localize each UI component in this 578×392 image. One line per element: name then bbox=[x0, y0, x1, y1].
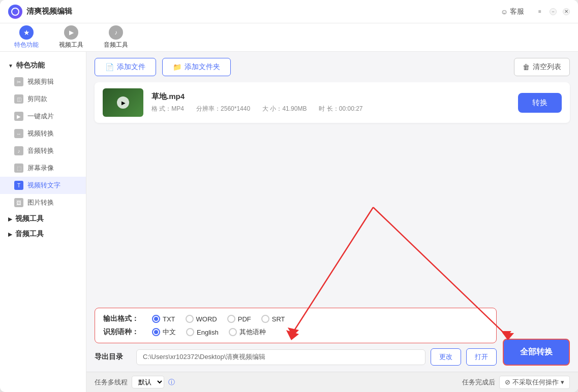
info-icon: ⓘ bbox=[168, 378, 175, 387]
toolbar-features[interactable]: ★ 特色功能 bbox=[10, 23, 43, 51]
sidebar-item-image-convert[interactable]: 🖼 图片转换 bbox=[0, 194, 86, 211]
format-pdf-option[interactable]: PDF bbox=[227, 315, 251, 323]
add-folder-label: 添加文件夹 bbox=[185, 62, 220, 72]
status-right: 任务完成后 ⊘ 不采取任何操作 ▾ bbox=[462, 376, 570, 389]
format-srt-radio bbox=[261, 315, 269, 323]
add-folder-icon: 📁 bbox=[173, 63, 181, 71]
features-icon: ★ bbox=[19, 25, 34, 40]
format-txt-label: TXT bbox=[163, 315, 175, 323]
video-tools-icon: ▶ bbox=[64, 25, 78, 40]
title-bar-right: ☺ 客服 ≡ － ✕ bbox=[501, 7, 570, 16]
no-action-icon: ⊘ bbox=[505, 378, 510, 386]
menu-button[interactable]: ≡ bbox=[536, 8, 543, 15]
lang-english-option[interactable]: English bbox=[186, 328, 219, 336]
task-action-label: 不采取任何操作 bbox=[512, 378, 559, 387]
format-label-text: 格 式： bbox=[151, 105, 171, 112]
video-to-text-label: 视频转文字 bbox=[27, 181, 60, 190]
clear-label: 清空列表 bbox=[533, 62, 561, 72]
status-bar: 任务多线程 默认 ⓘ 任务完成后 ⊘ 不采取任何操作 ▾ bbox=[86, 372, 578, 392]
one-click-icon: ▶ bbox=[14, 112, 23, 121]
file-thumbnail: ▶ bbox=[103, 88, 143, 117]
sidebar-item-video-edit[interactable]: ✂ 视频剪辑 bbox=[0, 73, 86, 90]
file-meta: 格 式：MP4 分辨率：2560*1440 大 小：41.90MB 时 长：00… bbox=[151, 105, 510, 113]
section-features-label: 特色功能 bbox=[16, 61, 45, 70]
sidebar-section-audio-tools[interactable]: ▶ 音频工具 bbox=[0, 226, 86, 242]
output-dir-input[interactable] bbox=[136, 349, 425, 365]
bottom-left: 输出格式： TXT bbox=[95, 308, 497, 366]
open-dir-button[interactable]: 打开 bbox=[466, 348, 497, 366]
lang-english-radio bbox=[186, 328, 194, 336]
bottom-content: 输出格式： TXT bbox=[95, 308, 570, 366]
audio-convert-label: 音频转换 bbox=[27, 146, 54, 155]
output-format-group: TXT WORD PDF bbox=[152, 315, 285, 323]
size-value: 41.90MB bbox=[282, 105, 307, 112]
add-file-button[interactable]: 📄 添加文件 bbox=[95, 58, 156, 76]
format-pdf-label: PDF bbox=[238, 315, 251, 323]
file-resolution-label: 分辨率：2560*1440 bbox=[196, 105, 250, 113]
app-window: 清爽视频编辑 ☺ 客服 ≡ － ✕ ★ 特色功能 ▶ bbox=[0, 0, 578, 392]
audio-tools-icon: ♪ bbox=[109, 25, 123, 40]
logo-inner bbox=[11, 8, 19, 16]
format-word-option[interactable]: WORD bbox=[186, 315, 217, 323]
video-edit-label: 视频剪辑 bbox=[27, 77, 54, 86]
task-action-button[interactable]: ⊘ 不采取任何操作 ▾ bbox=[499, 376, 570, 389]
lang-chinese-option[interactable]: 中文 bbox=[152, 328, 176, 337]
lang-chinese-radio bbox=[152, 328, 160, 336]
toolbar-icon-group: ★ 特色功能 ▶ 视频工具 ♪ 音频工具 bbox=[10, 23, 132, 51]
format-txt-dot bbox=[154, 317, 158, 321]
customer-service-button[interactable]: ☺ 客服 bbox=[501, 7, 524, 16]
recognition-language-group: 中文 English 其他语种 bbox=[152, 328, 266, 337]
convert-button[interactable]: 转换 bbox=[518, 93, 562, 113]
sidebar-item-audio-convert[interactable]: ♪ 音频转换 bbox=[0, 142, 86, 159]
format-srt-option[interactable]: SRT bbox=[261, 315, 285, 323]
output-dir-label: 导出目录 bbox=[95, 352, 131, 362]
clip-same-label: 剪同款 bbox=[27, 94, 47, 104]
sidebar-item-video-convert[interactable]: ↔ 视频转换 bbox=[0, 125, 86, 142]
convert-all-button[interactable]: 全部转换 bbox=[503, 339, 570, 366]
video-convert-icon: ↔ bbox=[14, 129, 23, 138]
sidebar-item-screen-record[interactable]: ⬚ 屏幕录像 bbox=[0, 159, 86, 177]
add-file-icon: 📄 bbox=[105, 63, 114, 71]
image-convert-icon: 🖼 bbox=[14, 198, 23, 207]
video-tools-label: 视频工具 bbox=[59, 41, 83, 49]
lang-english-label: English bbox=[197, 329, 219, 336]
sidebar-item-video-to-text[interactable]: T 视频转文字 bbox=[0, 177, 86, 194]
file-item: ▶ 草地.mp4 格 式：MP4 分辨率：2560*1440 bbox=[95, 82, 570, 123]
convert-all-area: 全部转换 bbox=[503, 339, 570, 366]
recognition-language-label: 识别语种： bbox=[103, 328, 140, 337]
change-dir-button[interactable]: 更改 bbox=[431, 348, 461, 366]
minimize-button[interactable]: － bbox=[550, 8, 557, 15]
format-word-label: WORD bbox=[196, 315, 217, 323]
status-left: 任务多线程 默认 ⓘ bbox=[95, 376, 175, 388]
section-video-tools-label: 视频工具 bbox=[15, 214, 44, 223]
toolbar-video-tools[interactable]: ▶ 视频工具 bbox=[55, 23, 87, 51]
options-box: 输出格式： TXT bbox=[95, 308, 497, 343]
file-list-area: ▶ 草地.mp4 格 式：MP4 分辨率：2560*1440 bbox=[86, 82, 578, 192]
image-convert-label: 图片转换 bbox=[27, 198, 54, 207]
output-format-row: 输出格式： TXT bbox=[103, 314, 488, 323]
close-button[interactable]: ✕ bbox=[563, 8, 570, 15]
lang-other-label: 其他语种 bbox=[239, 328, 266, 337]
screen-record-label: 屏幕录像 bbox=[27, 164, 54, 173]
audio-tools-label: 音频工具 bbox=[104, 41, 128, 49]
size-label-text: 大 小： bbox=[262, 105, 282, 112]
resolution-value: 2560*1440 bbox=[221, 105, 250, 112]
toolbar-audio-tools[interactable]: ♪ 音频工具 bbox=[100, 23, 132, 51]
clear-list-button[interactable]: 🗑 清空列表 bbox=[514, 58, 570, 76]
clear-icon: 🗑 bbox=[523, 63, 530, 71]
window-controls: ≡ － ✕ bbox=[536, 8, 570, 15]
output-dir-row: 导出目录 更改 打开 bbox=[95, 348, 497, 366]
lang-other-option[interactable]: 其他语种 bbox=[229, 328, 266, 337]
clip-same-icon: ◫ bbox=[14, 94, 23, 104]
add-folder-button[interactable]: 📁 添加文件夹 bbox=[162, 58, 231, 76]
sidebar-section-video-tools[interactable]: ▶ 视频工具 bbox=[0, 211, 86, 226]
format-txt-option[interactable]: TXT bbox=[152, 315, 175, 323]
recognition-language-row: 识别语种： 中文 bbox=[103, 328, 488, 337]
section-audio-tools-arrow: ▶ bbox=[8, 232, 12, 237]
sidebar-item-one-click[interactable]: ▶ 一键成片 bbox=[0, 108, 86, 125]
play-button[interactable]: ▶ bbox=[117, 96, 129, 109]
add-file-label: 添加文件 bbox=[117, 62, 145, 72]
task-select[interactable]: 默认 bbox=[132, 376, 164, 388]
sidebar-section-features[interactable]: ▼ 特色功能 bbox=[0, 58, 86, 73]
sidebar-item-clip-same[interactable]: ◫ 剪同款 bbox=[0, 90, 86, 108]
